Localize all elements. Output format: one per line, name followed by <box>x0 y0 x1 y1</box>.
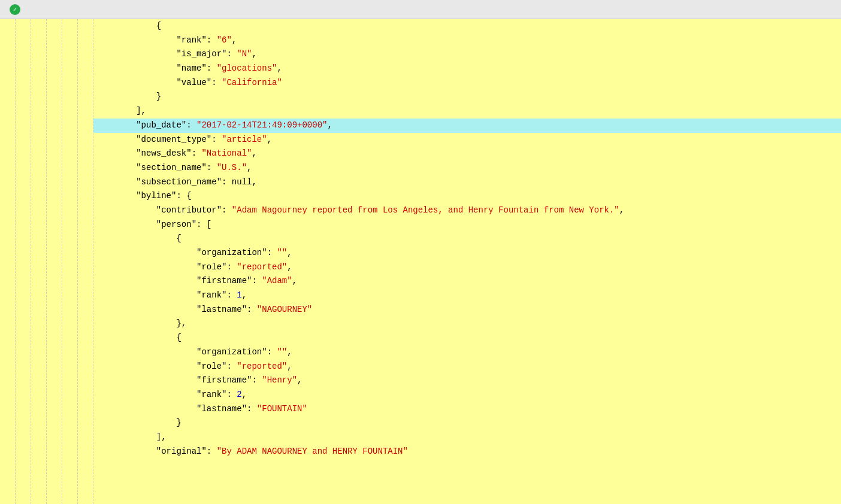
code-line: "document_type": "article", <box>93 133 841 147</box>
code-line: "section_name": "U.S.", <box>93 161 841 175</box>
code-line: "rank": 2, <box>93 388 841 402</box>
code-line: "news_desk": "National", <box>93 147 841 161</box>
gutter-col-4 <box>47 19 62 504</box>
code-line: "rank": 1, <box>93 289 841 303</box>
code-line: "lastname": "FOUNTAIN" <box>93 402 841 417</box>
gutter-col-1 <box>0 19 16 504</box>
code-line: "pub_date": "2017-02-14T21:49:09+0000", <box>93 119 841 133</box>
code-line: "role": "reported", <box>93 260 841 275</box>
done-icon: ✓ <box>10 4 20 15</box>
code-area: { "rank": "6", "is_major": "N", "name": … <box>93 19 841 504</box>
main-content: { "rank": "6", "is_major": "N", "name": … <box>0 19 841 504</box>
code-line: } <box>93 416 841 430</box>
gutter-col-5 <box>62 19 78 504</box>
code-line: "firstname": "Henry", <box>93 374 841 388</box>
toolbar: ✓ <box>0 0 841 19</box>
code-line: "value": "California" <box>93 76 841 90</box>
code-line: "byline": { <box>93 189 841 204</box>
code-line: "name": "glocations", <box>93 62 841 76</box>
gutter-col-2 <box>16 19 31 504</box>
code-line: "organization": "", <box>93 345 841 360</box>
code-line: "subsection_name": null, <box>93 175 841 190</box>
code-line: ], <box>93 430 841 445</box>
code-line: "is_major": "N", <box>93 47 841 62</box>
code-line: { <box>93 331 841 345</box>
code-line: "firstname": "Adam", <box>93 274 841 289</box>
code-line: } <box>93 90 841 104</box>
code-line: "contributor": "Adam Nagourney reported … <box>93 204 841 218</box>
code-line: "person": [ <box>93 218 841 232</box>
gutter-col-6 <box>78 19 93 504</box>
code-line: "organization": "", <box>93 246 841 260</box>
code-line: "role": "reported", <box>93 360 841 374</box>
code-line: }, <box>93 317 841 331</box>
code-line: { <box>93 19 841 34</box>
code-line: "rank": "6", <box>93 34 841 48</box>
gutter <box>0 19 93 504</box>
code-line: "original": "By ADAM NAGOURNEY and HENRY… <box>93 445 841 459</box>
gutter-col-3 <box>31 19 47 504</box>
code-line: ], <box>93 104 841 119</box>
code-line: "lastname": "NAGOURNEY" <box>93 303 841 317</box>
code-line: { <box>93 232 841 246</box>
